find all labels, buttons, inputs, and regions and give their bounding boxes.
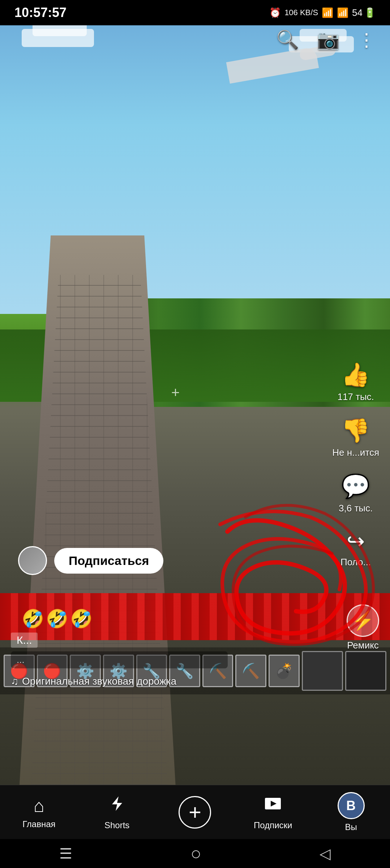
comment-count: 3,6 тыс. (339, 503, 373, 514)
like-action[interactable]: 👍 117 тыс. (337, 361, 374, 403)
nav-subscriptions[interactable]: Подписки (234, 794, 312, 830)
hotbar-slot-thumbnail-2 (345, 651, 386, 691)
you-label: Вы (345, 822, 357, 832)
audio-info[interactable]: ♫ Оригинальная звуковая дорожка (11, 676, 336, 687)
channel-name-blurred: К... (11, 633, 38, 648)
camera-icon[interactable]: 📷 (317, 29, 339, 50)
more-options-icon[interactable]: ⋮ (357, 29, 376, 50)
music-icon: ♫ (11, 676, 18, 687)
search-icon[interactable]: 🔍 (277, 29, 299, 50)
nav-shorts[interactable]: Shorts (78, 794, 156, 830)
thumbs-up-icon: 👍 (341, 361, 370, 388)
audio-track-label: Оригинальная звуковая дорожка (22, 676, 176, 687)
thumbs-down-icon: 👎 (341, 417, 370, 444)
remix-action[interactable]: ⚡ Ремикс (347, 604, 379, 651)
channel-avatar[interactable] (18, 546, 47, 575)
nav-you[interactable]: В Вы (312, 792, 390, 832)
share-action[interactable]: ↪ Поло... (340, 528, 371, 568)
home-label: Главная (22, 819, 55, 829)
nav-add[interactable]: + (156, 796, 234, 829)
shorts-label: Shorts (104, 820, 129, 830)
home-gesture[interactable]: ○ (190, 843, 201, 864)
share-icon: ↪ (347, 528, 365, 554)
status-bar: 10:57:57 ⏰ 106 KB/S 📶 📶 54 🔋 (0, 0, 390, 25)
add-button[interactable]: + (179, 796, 211, 829)
signal-icon-2: 📶 (337, 7, 348, 18)
comment-action[interactable]: 💬 3,6 тыс. (339, 473, 373, 514)
network-speed: 106 KB/S (284, 8, 318, 17)
signal-icon: 📶 (322, 7, 333, 18)
nav-home[interactable]: ⌂ Главная (0, 795, 78, 829)
crosshair: + (171, 384, 180, 401)
shorts-icon (108, 794, 127, 817)
gesture-bar: ☰ ○ ◁ (0, 839, 390, 868)
home-icon: ⌂ (34, 795, 44, 816)
alarm-icon: ⏰ (269, 7, 281, 18)
subscriptions-icon (263, 794, 282, 817)
comment-icon: 💬 (341, 473, 370, 500)
remix-icon-circle: ⚡ (347, 604, 379, 637)
like-count: 117 тыс. (337, 391, 374, 403)
bottom-navigation: ⌂ Главная Shorts + Подписки В Вы (0, 785, 390, 839)
subscriptions-label: Подписки (254, 820, 292, 830)
status-icons: ⏰ 106 KB/S 📶 📶 54 🔋 (269, 7, 376, 18)
remix-label: Ремикс (347, 640, 379, 651)
subscribe-button[interactable]: Подписаться (54, 548, 163, 574)
dislike-action[interactable]: 👎 Не н...ится (332, 417, 379, 458)
video-info: К... ... ♫ Оригинальная звуковая дорожка (0, 625, 347, 694)
subscribe-area: Подписаться (18, 546, 163, 575)
menu-gesture[interactable]: ☰ (59, 845, 72, 862)
dislike-label: Не н...ится (332, 447, 379, 458)
share-label: Поло... (340, 557, 371, 568)
right-actions-panel: 👍 117 тыс. 👎 Не н...ится 💬 3,6 тыс. ↪ По… (332, 361, 379, 568)
battery-icon: 54 🔋 (352, 7, 376, 18)
video-area[interactable]: + 🔍 📷 ⋮ 👍 117 тыс. 👎 Не н...ится 💬 3,6 т… (0, 0, 390, 785)
description-blurred: ... (11, 651, 228, 668)
user-avatar[interactable]: В (338, 792, 365, 819)
top-toolbar: 🔍 📷 ⋮ (0, 25, 390, 54)
back-gesture[interactable]: ◁ (320, 845, 331, 862)
status-time: 10:57:57 (14, 5, 67, 20)
